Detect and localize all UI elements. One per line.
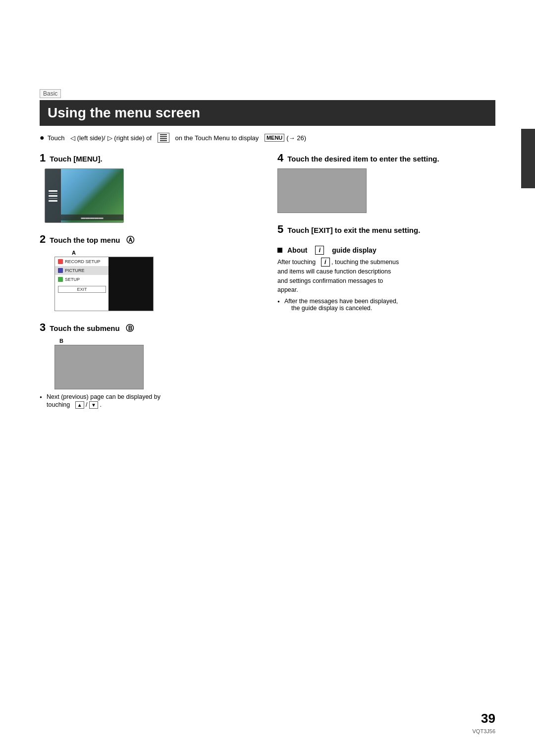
cam-bar-3: [49, 195, 57, 197]
intro-touch: Touch: [48, 134, 65, 142]
step-2-label: Touch the top menu: [50, 236, 120, 244]
step-5-block: 5 Touch [EXIT] to exit the menu setting.: [277, 223, 495, 236]
intro-page-ref: (→ 26): [286, 134, 306, 142]
setup-icon: [58, 277, 63, 282]
step-4-num: 4: [277, 152, 283, 164]
step-2-block: 2 Touch the top menu Ⓐ A RECORD SETU: [40, 233, 258, 311]
bullet-note-line2: touching ▲ / ▼ .: [40, 401, 258, 409]
content-area: Basic Using the menu screen ● Touch ◁ (l…: [0, 0, 535, 448]
col-left: 1 Touch [MENU]. ▬▬▬▬▬: [40, 152, 258, 419]
touch-menu-icon: [158, 133, 169, 143]
menu-bar-3: [160, 138, 167, 139]
step-1-num: 1: [40, 152, 46, 164]
menu-img-right: [108, 257, 153, 311]
step-4-label: Touch the desired item to enter the sett…: [287, 155, 439, 163]
label-b-text: B: [59, 338, 63, 344]
info-icon-label: i: [319, 247, 321, 254]
label-a: A: [72, 250, 258, 256]
step-3-heading: 3 Touch the submenu Ⓑ: [40, 321, 258, 334]
menu-item-record-label: RECORD SETUP: [65, 259, 101, 264]
menu-item-picture: PICTURE: [55, 266, 109, 275]
step-5-label: Touch [EXIT] to exit the menu setting.: [287, 226, 420, 234]
menu-bar-4: [160, 140, 167, 141]
about-bullet-1: After the messages have been displayed, …: [277, 298, 495, 312]
step-4-block: 4 Touch the desired item to enter the se…: [277, 152, 495, 213]
about-heading: About i guide display: [277, 246, 495, 255]
menu-display-label: MENU: [267, 135, 282, 141]
step-2-heading: 2 Touch the top menu Ⓐ: [40, 233, 258, 246]
menu-display-icon: MENU: [265, 134, 284, 142]
cam-bar-1: [49, 190, 57, 192]
step-2-num: 2: [40, 233, 46, 246]
section-label: Basic: [40, 89, 61, 98]
nav-up-arrow: ▲: [75, 401, 84, 409]
step-3-label: Touch the submenu: [50, 324, 119, 332]
about-bullet-1-text: After the messages have been displayed,: [284, 298, 398, 305]
bullet-note-text2: touching: [47, 401, 70, 408]
picture-icon: [58, 268, 63, 273]
menu-image: RECORD SETUP PICTURE SETUP EXIT: [54, 257, 154, 311]
bullet-note-text3: .: [100, 401, 101, 408]
about-body2: , touching the submenus: [331, 259, 399, 266]
step-4-heading: 4 Touch the desired item to enter the se…: [277, 152, 495, 164]
menu-img-left: RECORD SETUP PICTURE SETUP EXIT: [55, 257, 109, 311]
menu-item-record: RECORD SETUP: [55, 257, 109, 266]
step-3-block: 3 Touch the submenu Ⓑ B Next (previous) …: [40, 321, 258, 409]
cam-bar-2: [49, 193, 57, 194]
menu-bar-1: [160, 134, 167, 135]
intro-bullet: ● Touch ◁ (left side)/ ▷ (right side) of…: [40, 133, 495, 143]
menu-item-setup: SETUP: [55, 275, 109, 284]
nav-down-arrow: ▼: [89, 401, 98, 409]
cam-bar-4: [49, 198, 57, 199]
col-right: 4 Touch the desired item to enter the se…: [277, 152, 495, 312]
page-code: VQT3J56: [473, 728, 495, 734]
step-2-marker: Ⓐ: [126, 235, 134, 246]
about-bullet-1b: the guide display is canceled.: [284, 305, 372, 312]
submenu-image: [54, 345, 144, 389]
record-setup-icon: [58, 259, 63, 264]
about-body: After touching i , touching the submenus…: [277, 258, 495, 295]
exit-button[interactable]: EXIT: [58, 286, 106, 293]
menu-item-setup-label: SETUP: [65, 277, 80, 282]
bullet-note-text: Next (previous) page can be displayed by: [47, 393, 160, 400]
info-icon-2-label: i: [324, 258, 326, 267]
about-section: About i guide display After touching i: [277, 246, 495, 312]
about-body3: and items will cause function descriptio…: [277, 268, 391, 275]
camera-bottom-bar: ▬▬▬▬▬: [61, 215, 123, 220]
page-container: Basic Using the menu screen ● Touch ◁ (l…: [0, 0, 535, 756]
camera-image: ▬▬▬▬▬: [45, 168, 124, 223]
step-1-heading: 1 Touch [MENU].: [40, 152, 258, 164]
cam-bar-5: [49, 200, 57, 202]
info-icon: i: [315, 246, 324, 255]
step-1-block: 1 Touch [MENU]. ▬▬▬▬▬: [40, 152, 258, 223]
info-icon-2: i: [321, 258, 330, 267]
setting-image: [277, 168, 367, 213]
page-title: Using the menu screen: [40, 100, 495, 126]
bullet-dot: ●: [40, 133, 45, 142]
step-3-marker: Ⓑ: [126, 324, 134, 334]
bullet-note: Next (previous) page can be displayed by: [40, 393, 258, 400]
camera-overlay: [45, 169, 61, 222]
about-body4: and settings confirmation messages to: [277, 277, 383, 284]
intro-on-text: on the Touch Menu to display: [175, 134, 259, 142]
two-col-layout: 1 Touch [MENU]. ▬▬▬▬▬: [40, 152, 495, 419]
intro-left-side: ◁ (left side)/: [70, 134, 106, 142]
about-body1: After touching: [277, 259, 316, 266]
about-heading-post: guide display: [332, 246, 376, 254]
label-b: B: [59, 338, 258, 344]
about-heading-pre: About: [287, 246, 307, 254]
step-3-num: 3: [40, 321, 46, 334]
step-5-heading: 5 Touch [EXIT] to exit the menu setting.: [277, 223, 495, 236]
menu-item-picture-label: PICTURE: [65, 268, 85, 273]
step-1-label: Touch [MENU].: [50, 155, 102, 163]
intro-right-side: ▷ (right side) of: [107, 134, 152, 142]
menu-bar-2: [160, 136, 167, 137]
page-number: 39: [481, 711, 495, 726]
step-5-num: 5: [277, 223, 283, 236]
label-a-text: A: [72, 250, 76, 256]
about-body5: appear.: [277, 286, 298, 293]
camera-bottom-text: ▬▬▬▬▬: [81, 215, 104, 220]
black-square-icon: [277, 248, 282, 253]
side-tab: [521, 129, 535, 188]
